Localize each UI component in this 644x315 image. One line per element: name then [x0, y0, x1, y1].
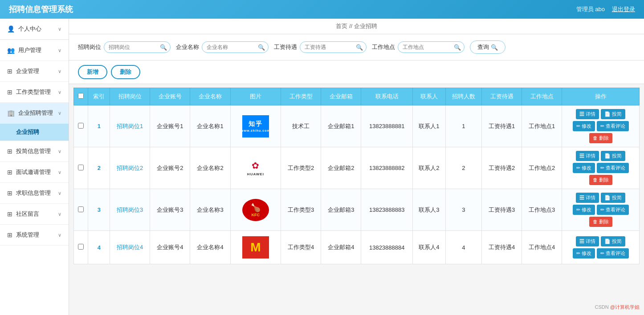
- row2-account: 企业账号2: [150, 147, 190, 189]
- row4-edit-btn[interactable]: ✏ 修改: [573, 248, 595, 258]
- sidebar-label-community: 社区留言: [16, 210, 39, 218]
- th-checkbox: [74, 88, 88, 105]
- salary-input-wrap: 🔍: [300, 41, 367, 53]
- salary-search-icon[interactable]: 🔍: [356, 44, 363, 51]
- row2-work-type: 工作类型2: [281, 147, 321, 189]
- sidebar-item-sys-mgmt[interactable]: ⊞ 系统管理 ∨: [0, 225, 69, 246]
- bulk-delete-button[interactable]: 删除: [111, 65, 140, 79]
- row3-detail-btn[interactable]: ☰ 详情: [576, 193, 599, 203]
- row2-location: 工作地点2: [522, 147, 562, 189]
- select-all-checkbox[interactable]: [78, 93, 84, 99]
- watermark-author: @计算机学姐: [610, 304, 640, 310]
- row1-edit-btn[interactable]: ✏ 修改: [573, 121, 595, 131]
- chevron-sys: ∨: [58, 232, 61, 238]
- row-checkbox[interactable]: [78, 123, 84, 129]
- row3-index: 3: [88, 189, 110, 231]
- sidebar-item-user-mgmt[interactable]: 👥 用户管理 ∨: [0, 40, 69, 61]
- th-logo: 图片: [230, 88, 281, 105]
- sidebar-item-company-mgmt[interactable]: ⊞ 企业管理 ∨: [0, 61, 69, 82]
- row1-position: 招聘岗位1: [110, 105, 150, 147]
- row2-edit-btn[interactable]: ✏ 修改: [573, 163, 595, 173]
- row4-review-btn[interactable]: ✏ 查看评论: [597, 248, 629, 258]
- row3-review-btn[interactable]: ✏ 查看评论: [597, 205, 629, 215]
- company-icon: ⊞: [7, 68, 12, 75]
- row4-checkbox[interactable]: [74, 231, 88, 264]
- row4-location: 工作地点4: [522, 231, 562, 264]
- action-bar: 新增 删除: [69, 61, 644, 84]
- query-button[interactable]: 查询 🔍: [470, 40, 505, 54]
- row2-index: 2: [88, 147, 110, 189]
- table-header-row: 索引 招聘岗位 企业账号 企业名称 图片 工作类型 企业邮箱 联系电话 联系人 …: [74, 88, 640, 105]
- sidebar-item-job-seek[interactable]: ⊞ 求职信息管理 ∨: [0, 183, 69, 204]
- row1-detail-btn[interactable]: ☰ 详情: [576, 109, 599, 119]
- row3-account: 企业账号3: [150, 189, 190, 231]
- row3-apply-btn[interactable]: 📄 投简: [601, 193, 625, 203]
- row1-contact: 联系人1: [412, 105, 445, 147]
- company-search-icon[interactable]: 🔍: [258, 44, 265, 51]
- row4-phone: 13823888884: [361, 231, 412, 264]
- row1-checkbox[interactable]: [74, 105, 88, 147]
- company-input-wrap: 🔍: [202, 41, 269, 53]
- table-row: 3 招聘岗位3 企业账号3 企业名称3 🍗 KFC: [74, 189, 640, 231]
- row-checkbox[interactable]: [78, 206, 84, 212]
- search-group-position: 招聘岗位 🔍: [78, 41, 171, 53]
- th-contact: 联系人: [412, 88, 445, 105]
- sidebar-item-personal[interactable]: 👤 个人中心 ∨: [0, 19, 69, 40]
- position-input-wrap: 🔍: [104, 41, 171, 53]
- sidebar-item-job-type[interactable]: ⊞ 工作类型管理 ∨: [0, 82, 69, 103]
- row1-apply-btn[interactable]: 📄 投简: [601, 109, 625, 119]
- th-salary: 工资待遇: [482, 88, 522, 105]
- job-type-icon: ⊞: [7, 89, 12, 96]
- row2-company: 企业名称2: [190, 147, 230, 189]
- chevron-personal: ∨: [58, 26, 61, 32]
- row3-work-type: 工作类型3: [281, 189, 321, 231]
- sidebar-item-company-recruit-sub[interactable]: 企业招聘: [0, 124, 69, 141]
- header: 招聘信息管理系统 管理员 abo 退出登录: [0, 0, 644, 19]
- row1-review-btn[interactable]: ✏ 查看评论: [597, 121, 629, 131]
- sidebar-label-resume: 投简信息管理: [16, 147, 51, 155]
- add-button[interactable]: 新增: [78, 65, 107, 79]
- row-checkbox[interactable]: [78, 165, 84, 170]
- th-work-type: 工作类型: [281, 88, 321, 105]
- logout-btn[interactable]: 退出登录: [612, 5, 635, 13]
- data-table: 索引 招聘岗位 企业账号 企业名称 图片 工作类型 企业邮箱 联系电话 联系人 …: [73, 88, 640, 264]
- row2-contact: 联系人2: [412, 147, 445, 189]
- row3-delete-btn[interactable]: 🗑 删除: [589, 217, 612, 227]
- sidebar-item-community[interactable]: ⊞ 社区留言 ∨: [0, 204, 69, 225]
- th-company: 企业名称: [190, 88, 230, 105]
- sidebar-item-interview[interactable]: ⊞ 面试邀请管理 ∨: [0, 162, 69, 183]
- row2-detail-btn[interactable]: ☰ 详情: [576, 151, 599, 161]
- sidebar-item-company-recruit[interactable]: 🏢 企业招聘管理 ∨: [0, 103, 69, 124]
- row1-delete-btn[interactable]: 🗑 删除: [589, 133, 612, 143]
- breadcrumb-sep: //: [349, 23, 352, 29]
- row4-salary: 工资待遇4: [482, 231, 522, 264]
- row4-detail-btn[interactable]: ☰ 详情: [576, 236, 599, 246]
- row3-edit-btn[interactable]: ✏ 修改: [573, 205, 595, 215]
- chevron-community: ∨: [58, 211, 61, 217]
- interview-icon: ⊞: [7, 169, 12, 176]
- row2-count: 2: [445, 147, 481, 189]
- row2-review-btn[interactable]: ✏ 查看评论: [597, 163, 629, 173]
- row4-apply-btn[interactable]: 📄 投简: [601, 236, 625, 246]
- row3-checkbox[interactable]: [74, 189, 88, 231]
- row2-position: 招聘岗位2: [110, 147, 150, 189]
- row2-apply-btn[interactable]: 📄 投简: [601, 151, 625, 161]
- location-search-icon[interactable]: 🔍: [454, 44, 461, 51]
- position-search-icon[interactable]: 🔍: [160, 44, 167, 51]
- row2-checkbox[interactable]: [74, 147, 88, 189]
- row2-email: 企业邮箱2: [321, 147, 361, 189]
- row-checkbox[interactable]: [78, 244, 84, 250]
- row2-delete-btn[interactable]: 🗑 删除: [589, 175, 612, 185]
- position-label: 招聘岗位: [78, 43, 101, 51]
- sidebar-item-resume-mgmt[interactable]: ⊞ 投简信息管理 ∨: [0, 141, 69, 162]
- chevron-resume: ∨: [58, 149, 61, 154]
- job-seek-icon: ⊞: [7, 190, 12, 197]
- layout: 👤 个人中心 ∨ 👥 用户管理 ∨ ⊞ 企业管理 ∨ ⊞ 工作类型管理 ∨: [0, 19, 644, 315]
- table-row: 1 招聘岗位1 企业账号1 企业名称1 知乎 www.zhihu.com: [74, 105, 640, 147]
- row3-logo: 🍗 KFC: [230, 189, 281, 231]
- row2-phone: 13823888882: [361, 147, 412, 189]
- huawei-flower-icon: ✿: [252, 160, 259, 171]
- th-location: 工作地点: [522, 88, 562, 105]
- row3-phone: 13823888883: [361, 189, 412, 231]
- sidebar-label-job-seek: 求职信息管理: [16, 189, 51, 197]
